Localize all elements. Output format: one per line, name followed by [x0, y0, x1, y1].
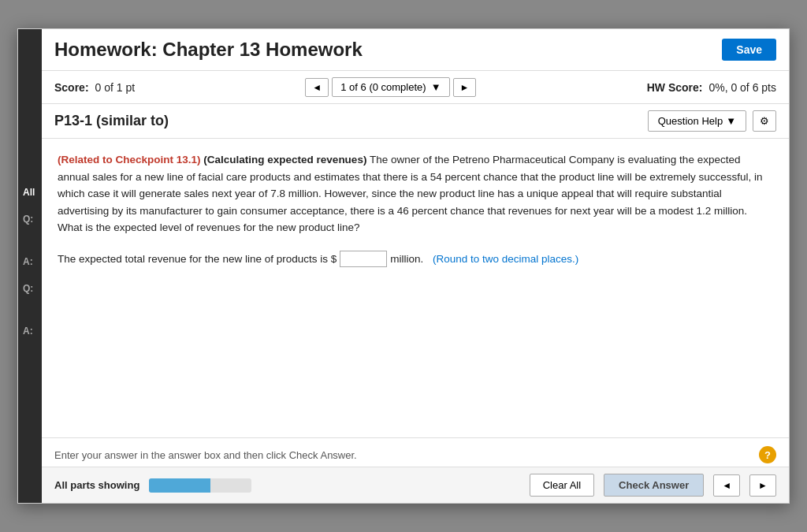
- calc-text-span: (Calculating expected revenues): [203, 154, 366, 166]
- question-help-label: Question Help: [658, 115, 723, 127]
- hint-text: Enter your answer in the answer box and …: [54, 449, 357, 461]
- check-answer-button[interactable]: Check Answer: [604, 474, 704, 497]
- question-label: P13-1 (similar to): [54, 113, 169, 129]
- sidebar-all-label[interactable]: All Q: A: Q: A:: [23, 187, 35, 352]
- position-label: 1 of 6 (0 complete): [340, 81, 426, 93]
- clear-all-button[interactable]: Clear All: [530, 474, 594, 497]
- dropdown-arrow-icon: ▼: [431, 81, 441, 93]
- hw-score-area: HW Score: 0%, 0 of 6 pts: [647, 81, 776, 94]
- question-header: P13-1 (similar to) Question Help ▼ ⚙: [42, 104, 789, 139]
- score-row: Score: 0 of 1 pt ◄ 1 of 6 (0 complete) ▼…: [42, 71, 789, 104]
- hw-score-value: 0%, 0 of 6 pts: [708, 81, 776, 94]
- problem-text: (Related to Checkpoint 13.1) (Calculatin…: [58, 151, 773, 236]
- progress-bar: [149, 478, 251, 493]
- progress-bar-fill: [149, 478, 210, 493]
- nav-center: ◄ 1 of 6 (0 complete) ▼ ►: [305, 77, 476, 97]
- help-dropdown-arrow-icon: ▼: [726, 115, 736, 127]
- gear-icon: ⚙: [760, 115, 769, 127]
- answer-suffix: million.: [390, 253, 423, 265]
- prev-nav-button[interactable]: ◄: [305, 78, 329, 97]
- answer-line: The expected total revenue for the new l…: [58, 251, 773, 267]
- position-dropdown[interactable]: 1 of 6 (0 complete) ▼: [332, 77, 449, 97]
- next-nav-button[interactable]: ►: [453, 78, 477, 97]
- problem-body: The owner of the Petreno Pharmaceutical …: [58, 154, 763, 233]
- hw-score-label: HW Score:: [647, 81, 703, 94]
- footer-next-button[interactable]: ►: [749, 474, 776, 497]
- score-label: Score: 0 of 1 pt: [54, 81, 135, 94]
- settings-button[interactable]: ⚙: [753, 110, 776, 132]
- question-help-button[interactable]: Question Help ▼: [648, 110, 746, 132]
- answer-prefix: The expected total revenue for the new l…: [58, 253, 337, 265]
- page-header: Homework: Chapter 13 Homework Save: [42, 29, 789, 71]
- calc-label: (Calculating expected revenues): [203, 154, 366, 166]
- question-help-area: Question Help ▼ ⚙: [648, 110, 776, 132]
- help-circle-icon[interactable]: ?: [759, 446, 776, 463]
- footer-hint: Enter your answer in the answer box and …: [42, 438, 789, 467]
- score-value: 0 of 1 pt: [95, 81, 135, 94]
- page-title: Homework: Chapter 13 Homework: [54, 39, 363, 61]
- footer-bar: All parts showing Clear All Check Answer…: [42, 467, 789, 503]
- round-note: (Round to two decimal places.): [433, 253, 578, 265]
- all-parts-label: All parts showing: [54, 479, 139, 491]
- score-text: Score:: [54, 81, 89, 94]
- footer-prev-button[interactable]: ◄: [713, 474, 740, 497]
- checkpoint-link[interactable]: (Related to Checkpoint 13.1): [58, 154, 201, 166]
- answer-input[interactable]: [340, 251, 387, 267]
- main-content: (Related to Checkpoint 13.1) (Calculatin…: [42, 139, 789, 438]
- save-button[interactable]: Save: [722, 39, 776, 61]
